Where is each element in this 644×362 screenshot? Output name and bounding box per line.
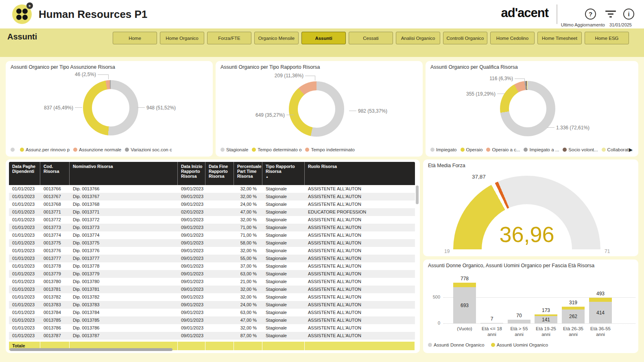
info-icon[interactable]: i (623, 9, 634, 20)
legend-item[interactable]: Variazioni soc.con c (125, 147, 172, 152)
legend-item[interactable]: Assunzione normale (73, 147, 121, 152)
table-row[interactable]: 01/01/20230013784Dip. 001378409/01/20236… (9, 309, 415, 316)
table-cell (205, 239, 234, 247)
horizontal-scrollbar[interactable] (10, 348, 172, 351)
callout-line (515, 79, 524, 79)
table-row[interactable]: 01/01/20230013777Dip. 001377709/01/20235… (9, 255, 415, 262)
bar-segment-uomini--vuoto-[interactable] (453, 283, 476, 287)
donut-chart-tipo-assunzione[interactable] (83, 80, 138, 135)
legend-item[interactable] (11, 148, 16, 152)
legend-item[interactable]: Impiegato a ... (524, 147, 559, 152)
table-row[interactable]: 01/01/20230013771Dip. 001377102/01/20234… (9, 208, 415, 216)
bar-segment-donne-et-18-anni[interactable] (480, 323, 503, 323)
nav-button-home-esg[interactable]: Home ESG (585, 32, 629, 44)
legend-item[interactable]: Socio volont... (563, 147, 598, 152)
last-update-label: Ultimo Aggiornamento (561, 22, 605, 27)
table-row[interactable]: 01/01/20230013780Dip. 001378009/01/20232… (9, 278, 415, 286)
nav-button-analisi-organico[interactable]: Analisi Organico (396, 32, 440, 44)
table-row[interactable]: 01/01/20230013778Dip. 001377809/01/20233… (9, 262, 415, 270)
table-cell: 01/01/2023 (9, 270, 40, 278)
vertical-scrollbar[interactable] (416, 185, 419, 204)
table-cell: 01/01/2023 (9, 193, 40, 201)
table-cell: 09/01/2023 (178, 231, 205, 239)
nav-button-home-timesheet[interactable]: Home Timesheet (537, 32, 582, 44)
legend-item[interactable]: Operaio (461, 147, 483, 152)
legend-item[interactable]: Assunti Uomini Organico (491, 342, 548, 347)
column-header-6[interactable]: Percentuale Part Time Risorsa (234, 162, 262, 185)
table-row[interactable]: 01/01/20230013773Dip. 001377309/01/20237… (9, 224, 415, 231)
callout-line (108, 74, 109, 79)
column-header-2[interactable]: Cod. Risorsa (40, 162, 70, 185)
nav-button-home-organico[interactable]: Home Organico (160, 32, 204, 44)
nav-button-cessati[interactable]: Cessati (349, 32, 393, 44)
table-row[interactable]: 01/01/20230013786Dip. 001378609/01/20233… (9, 324, 415, 332)
table-row[interactable]: 01/01/20230013768Dip. 001376809/01/20232… (9, 201, 415, 208)
legend-scroll-right-icon[interactable]: ▶ (629, 147, 633, 153)
column-header-8[interactable]: Ruolo Risorsa (305, 162, 415, 185)
nav-button-assunti[interactable]: Assunti (301, 32, 346, 44)
table-row[interactable]: 01/01/20230013782Dip. 001378209/01/20233… (9, 293, 415, 301)
table-cell: ASSISTENTE ALL'AUTON (305, 216, 415, 224)
table-cell: ASSISTENTE ALL'AUTON (305, 201, 415, 208)
legend-item[interactable]: Assunti Donne Organico (428, 342, 485, 347)
legend-item[interactable]: Collaborat... (602, 147, 633, 152)
column-header-7[interactable]: Tipo Rapporto Risorsa▲ (262, 162, 305, 185)
donut-chart-tipo-rapporto[interactable] (289, 81, 344, 137)
bar-segment-uomini-et-26-35-anni[interactable] (562, 307, 585, 310)
column-header-5[interactable]: Data Fine Rapporto Risorsa (205, 162, 234, 185)
table-row[interactable]: 01/01/20230013774Dip. 001377409/01/20237… (9, 231, 415, 239)
table-row[interactable]: 01/01/20230013779Dip. 001377909/01/20236… (9, 270, 415, 278)
chart-title: Età Media Forza (428, 163, 465, 168)
top-bar: fr Human Resources P1 ad'acent ? i Ultim… (0, 0, 644, 28)
legend-label: Variazioni soc.con c (131, 147, 172, 152)
nav-button-organico-mensile[interactable]: Organico Mensile (254, 32, 299, 44)
nav-button-forza-fte[interactable]: Forza/FTE (207, 32, 251, 44)
legend-item[interactable]: Tempo determinato o (252, 147, 301, 152)
column-header-3[interactable]: Nominativo Risorsa (70, 162, 178, 185)
table-cell: ASSISTENTE ALL'AUTON (305, 262, 415, 270)
table-row[interactable]: 01/01/20230013767Dip. 001376709/01/20233… (9, 193, 415, 201)
help-icon[interactable]: ? (585, 9, 596, 20)
table-cell: ASSISTENTE ALL'AUTON (305, 247, 415, 255)
nav-button-home-cedolino[interactable]: Home Cedolino (490, 32, 535, 44)
table-cell: 01/01/2023 (9, 224, 40, 231)
table-cell: Dip. 0013768 (70, 201, 178, 208)
legend-item[interactable]: Assunz.per rinnovo p (20, 147, 70, 152)
legend-label: Impiegato (436, 147, 457, 152)
legend-item[interactable]: Operaio a c... (486, 147, 520, 152)
nav-button-controlli-organico[interactable]: Controlli Organico (443, 32, 487, 44)
total-cell (205, 342, 234, 350)
column-header-label: Data Inizio Rapporto Risorsa (181, 164, 203, 179)
table-cell: 55,00 % (234, 255, 262, 262)
table-cell (205, 216, 234, 224)
table-row[interactable]: 01/01/20230013787Dip. 001378709/01/20238… (9, 332, 415, 340)
table-cell (205, 193, 234, 201)
legend-item[interactable]: Stagionale (220, 147, 248, 152)
donut-chart-qualifica[interactable] (500, 81, 555, 136)
table-cell: 0013784 (40, 309, 70, 316)
table-cell: 01/01/2023 (9, 255, 40, 262)
nav-button-home[interactable]: Home (113, 32, 157, 44)
column-header-1[interactable]: Data Paghe Dipendenti (9, 162, 40, 185)
legend-dot (461, 148, 465, 152)
table-row[interactable]: 01/01/20230013781Dip. 001378109/01/20233… (9, 286, 415, 293)
table-row[interactable]: 01/01/20230013776Dip. 001377609/01/20233… (9, 247, 415, 255)
table-row[interactable]: 01/01/20230013772Dip. 001377209/01/20233… (9, 216, 415, 224)
bar-segment-uomini-et-36-55-anni[interactable] (589, 298, 612, 302)
table-row[interactable]: 01/01/20230013785Dip. 001378509/01/20234… (9, 316, 415, 324)
table-cell: 01/01/2023 (9, 247, 40, 255)
bar-segment-donne-et-55-anni[interactable] (508, 320, 530, 323)
table-cell: 0013777 (40, 255, 70, 262)
table-cell: 0013782 (40, 293, 70, 301)
legend-item[interactable]: Impiegato (430, 147, 457, 152)
filter-icon[interactable] (605, 11, 616, 18)
table-cell: Dip. 0013782 (70, 293, 178, 301)
table-cell: 37,00 % (234, 262, 262, 270)
column-header-4[interactable]: Data Inizio Rapporto Risorsa (178, 162, 205, 185)
table-cell: ASSISTENTE ALL'AUTON (305, 301, 415, 309)
legend-item[interactable]: Tempo indeterminato (305, 147, 354, 152)
table-row[interactable]: 01/01/20230013783Dip. 001378309/01/20232… (9, 301, 415, 309)
adiacent-logo: ad'acent (501, 6, 548, 20)
table-row[interactable]: 01/01/20230013775Dip. 001377509/01/20235… (9, 239, 415, 247)
table-row[interactable]: 01/01/20230013766Dip. 001376609/01/20233… (9, 185, 415, 193)
